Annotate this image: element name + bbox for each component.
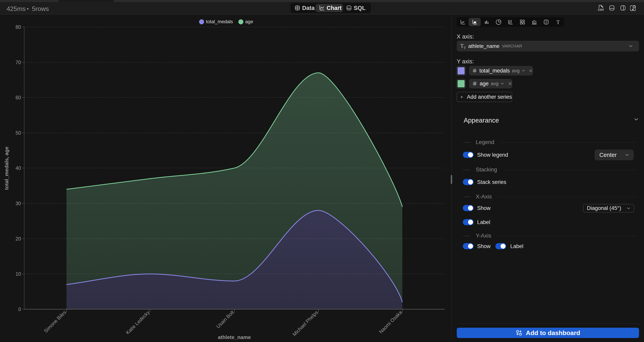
svg-text:60: 60 xyxy=(16,95,21,100)
svg-text:20: 20 xyxy=(16,236,21,241)
svg-text:age: age xyxy=(245,19,253,24)
svg-text:0: 0 xyxy=(18,306,21,312)
svg-text:30: 30 xyxy=(16,201,21,206)
svg-text:T: T xyxy=(464,46,466,50)
svg-text:CSV: CSV xyxy=(598,8,604,11)
svg-text:Katie Ledecky: Katie Ledecky xyxy=(125,309,151,335)
svg-text:40: 40 xyxy=(16,165,21,171)
svg-text:70: 70 xyxy=(16,60,21,65)
svg-text:T: T xyxy=(556,19,560,25)
svg-text:Naomi Osaka: Naomi Osaka xyxy=(378,309,403,335)
svg-text:Usain Bolt: Usain Bolt xyxy=(215,309,235,329)
svg-text:50: 50 xyxy=(16,130,21,136)
svg-text:Simone Biles: Simone Biles xyxy=(43,309,67,334)
svg-text:80: 80 xyxy=(16,24,21,30)
svg-text:2: 2 xyxy=(545,20,547,24)
svg-text:SQL: SQL xyxy=(347,7,351,9)
svg-text:total_medals: total_medals xyxy=(206,19,233,24)
svg-text:T: T xyxy=(460,43,464,49)
svg-text:10: 10 xyxy=(16,271,21,277)
svg-text:Michael Phelps: Michael Phelps xyxy=(292,309,319,337)
svg-text:total_medals, age: total_medals, age xyxy=(4,147,10,190)
svg-text:athlete_name: athlete_name xyxy=(218,334,251,340)
